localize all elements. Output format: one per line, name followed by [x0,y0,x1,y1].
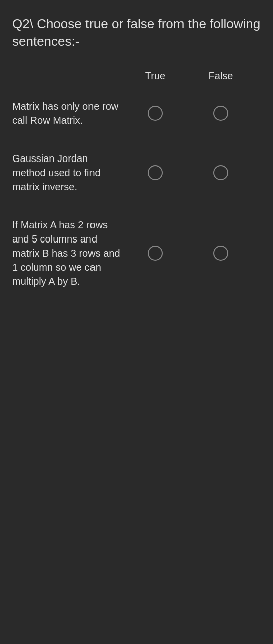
true-column-header: True [123,70,188,82]
question-row-2: Gaussian Jordan method used to find matr… [12,139,261,206]
radio-true-cell-1[interactable] [123,106,188,121]
question-row-1: Matrix has only one row call Row Matrix. [12,87,261,139]
radio-false-3[interactable] [213,246,228,261]
table-header-row: True False [12,70,261,82]
false-label: False [209,70,233,82]
radio-false-cell-1[interactable] [188,106,253,121]
radio-true-cell-2[interactable] [123,165,188,180]
radio-false-1[interactable] [213,106,228,121]
radio-false-cell-3[interactable] [188,246,253,261]
true-label: True [145,70,165,82]
question-title: Q2\ Choose true or false from the follow… [12,15,261,50]
radio-true-1[interactable] [148,106,163,121]
radio-false-cell-2[interactable] [188,165,253,180]
radio-true-cell-3[interactable] [123,246,188,261]
radio-true-3[interactable] [148,246,163,261]
question-row-3: If Matrix A has 2 rows and 5 columns and… [12,206,261,300]
statement-text-3: If Matrix A has 2 rows and 5 columns and… [12,218,123,288]
false-column-header: False [188,70,253,82]
radio-false-2[interactable] [213,165,228,180]
radio-true-2[interactable] [148,165,163,180]
statement-text-1: Matrix has only one row call Row Matrix. [12,99,123,127]
page-container: Q2\ Choose true or false from the follow… [0,0,273,644]
statement-text-2: Gaussian Jordan method used to find matr… [12,151,123,194]
